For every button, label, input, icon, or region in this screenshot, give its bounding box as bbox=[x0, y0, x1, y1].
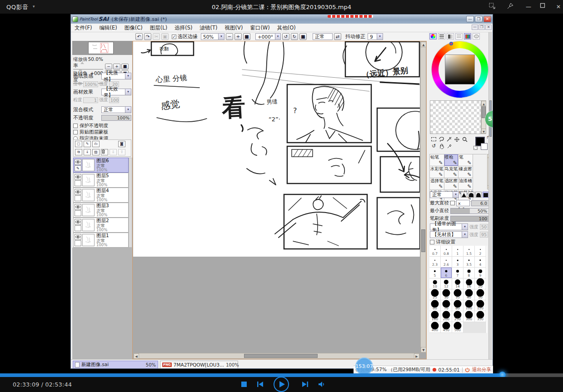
layer-thumbnail[interactable] bbox=[82, 219, 95, 231]
delete-layer-button[interactable] bbox=[101, 149, 108, 155]
brush-size-12[interactable]: 12 bbox=[441, 278, 452, 289]
zoom-out-button[interactable]: − bbox=[226, 33, 233, 40]
brush-size-120[interactable]: 120 bbox=[475, 300, 486, 311]
layer-visibility-icon[interactable] bbox=[75, 234, 81, 240]
menu-item[interactable]: 窗口(W) bbox=[246, 25, 273, 31]
brush-tool-马克笔[interactable]: 马克笔✎ bbox=[444, 166, 459, 178]
screenshot-icon[interactable] bbox=[489, 3, 497, 11]
color-mixer-tab-icon[interactable] bbox=[455, 33, 463, 40]
sai-restore-button[interactable]: ❐ bbox=[475, 16, 483, 22]
brush-size-1.5[interactable]: 1.5 bbox=[463, 246, 475, 257]
scratchpad-tab-icon[interactable] bbox=[473, 33, 480, 40]
layer-checkbox[interactable] bbox=[75, 195, 81, 201]
clear-layer-button[interactable]: ▨ bbox=[92, 149, 100, 155]
layer-visibility-icon[interactable] bbox=[75, 159, 81, 165]
exit-share-button[interactable]: 退出分享 bbox=[472, 367, 491, 373]
brush-mode-combo[interactable]: 正常▾ bbox=[430, 191, 459, 198]
layer-visibility-icon[interactable] bbox=[75, 204, 81, 210]
stop-button[interactable] bbox=[241, 382, 247, 387]
brush-size-3[interactable]: 3 bbox=[452, 257, 463, 268]
layer-mask-button[interactable]: ◙ bbox=[118, 141, 125, 147]
close-icon[interactable]: ✕ bbox=[554, 3, 563, 11]
doc-close-button[interactable]: ✕ bbox=[485, 25, 492, 30]
video-area[interactable]: PaintTool SAI (未保存)新建图像.sai (*) — ❐ ✕ 文件… bbox=[0, 14, 563, 373]
view-mode-combo[interactable]: 正常 bbox=[313, 33, 333, 40]
layer-row-图层2[interactable]: 图层2正常100% bbox=[73, 218, 129, 233]
sai-close-button[interactable]: ✕ bbox=[483, 16, 491, 22]
layer-visibility-icon[interactable] bbox=[75, 189, 81, 195]
brush-edge-soft-icon[interactable] bbox=[468, 192, 474, 198]
brush-size-350[interactable]: 350 bbox=[475, 311, 486, 322]
min-diameter-slider[interactable]: 50% bbox=[450, 208, 489, 214]
saturation-value-square[interactable] bbox=[445, 55, 475, 84]
layer-visibility-icon[interactable] bbox=[75, 219, 81, 225]
canvas-vscrollbar[interactable]: ▲ ▼ bbox=[420, 41, 426, 353]
redo-button[interactable]: ↷ bbox=[144, 33, 151, 40]
sv-marker[interactable] bbox=[470, 79, 473, 82]
new-layer-set-button[interactable]: 🗀 bbox=[92, 141, 100, 147]
rotate-cw-button[interactable]: ↻ bbox=[291, 33, 298, 40]
brush-size-9[interactable]: 9 bbox=[475, 268, 486, 278]
canvas-hscrollbar[interactable]: ◀ ▶ bbox=[133, 353, 420, 359]
brush-size-70[interactable]: 70 bbox=[441, 300, 452, 311]
brush-size-450[interactable]: 450 bbox=[441, 322, 452, 333]
layer-thumbnail[interactable] bbox=[82, 159, 95, 171]
selection-edge-toggle[interactable]: ✓ 选区边缘 bbox=[172, 33, 198, 40]
brush-size-25[interactable]: 25 bbox=[429, 289, 441, 300]
brush-size-0.8[interactable]: 0.8 bbox=[441, 246, 452, 257]
rotate-ccw-button[interactable]: ↺ bbox=[282, 33, 289, 40]
menu-item[interactable]: 图像(C) bbox=[121, 25, 146, 31]
brush-size-500[interactable]: 500 bbox=[452, 322, 463, 333]
brush-size-2.3[interactable]: 2.3 bbox=[429, 257, 441, 268]
brush-size-60[interactable]: 60 bbox=[429, 300, 441, 311]
rotate-reset-button[interactable]: ■ bbox=[299, 33, 307, 40]
previous-button[interactable] bbox=[257, 381, 264, 387]
brush-size-160[interactable]: 160 bbox=[429, 311, 441, 322]
brush-size-4[interactable]: 4 bbox=[475, 257, 486, 268]
color-wheel[interactable] bbox=[432, 41, 488, 98]
brush-size-80[interactable]: 80 bbox=[452, 300, 463, 311]
brush-size-30[interactable]: 30 bbox=[441, 289, 452, 300]
document-tab[interactable]: PNG 7MA2TPQOW[LOU3... 100% bbox=[160, 361, 238, 369]
maximize-icon[interactable] bbox=[540, 3, 548, 11]
brush-tool-水彩笔[interactable]: 水彩笔✎ bbox=[430, 166, 444, 178]
scroll-up-icon[interactable]: ▲ bbox=[481, 101, 486, 106]
angle-combo[interactable]: +000°▾ bbox=[255, 33, 281, 40]
brush-size-7[interactable]: 7 bbox=[452, 268, 463, 278]
brush-texture-combo[interactable]: 【无材质】▾ bbox=[430, 231, 468, 238]
move-tool-icon[interactable] bbox=[453, 136, 461, 143]
layer-row-图层4[interactable]: 图层4正常100% bbox=[73, 188, 129, 203]
brush-size-400[interactable]: 400 bbox=[429, 322, 441, 333]
brush-size-100[interactable]: 100 bbox=[463, 300, 475, 311]
layer-row-图层6[interactable]: ✎图层6正常100% bbox=[73, 158, 129, 173]
background-color[interactable] bbox=[481, 143, 488, 150]
flip-horizontal-button[interactable]: ⇄ bbox=[334, 33, 341, 40]
layer-row-图层1[interactable]: 图层1正常100% bbox=[73, 233, 129, 248]
document-tab-active[interactable]: 新建图像.sai 50% bbox=[73, 361, 158, 369]
layer-thumbnail[interactable] bbox=[82, 189, 95, 201]
volume-button[interactable] bbox=[318, 381, 326, 387]
navigator[interactable] bbox=[72, 41, 132, 55]
hscroll-handle[interactable] bbox=[244, 354, 318, 358]
brush-size-6[interactable]: 6 bbox=[441, 268, 452, 278]
layer-checkbox[interactable] bbox=[75, 225, 81, 231]
layer-visibility-icon[interactable] bbox=[75, 174, 81, 180]
brush-size-35[interactable]: 35 bbox=[452, 289, 463, 300]
sai-minimize-button[interactable]: — bbox=[466, 16, 474, 22]
layer-thumbnail[interactable] bbox=[82, 204, 95, 216]
brush-tool-油漆桶[interactable]: 油漆桶✎ bbox=[458, 178, 473, 190]
brush-size-16[interactable]: 16 bbox=[463, 278, 475, 289]
menu-item[interactable]: 视图(V) bbox=[221, 25, 247, 31]
layer-thumbnail[interactable] bbox=[82, 234, 95, 246]
brush-size-8[interactable]: 8 bbox=[463, 268, 475, 278]
brush-tool-选区擦[interactable]: 选区擦✎ bbox=[444, 178, 459, 190]
material-effect-combo[interactable]: 【无效果】▾ bbox=[101, 89, 131, 95]
transfer-up-button[interactable]: ⇧ bbox=[118, 149, 125, 155]
menu-item[interactable]: 其他(O) bbox=[274, 25, 299, 31]
brush-size-0.7[interactable]: 0.7 bbox=[429, 246, 441, 257]
menu-item[interactable]: 滤镜(T) bbox=[196, 25, 221, 31]
menu-item[interactable]: 文件(F) bbox=[71, 25, 96, 31]
transparent-color-toggle[interactable] bbox=[473, 146, 478, 150]
spinner-icon[interactable]: ▾ bbox=[218, 34, 224, 40]
rect-select-icon[interactable] bbox=[430, 136, 438, 143]
